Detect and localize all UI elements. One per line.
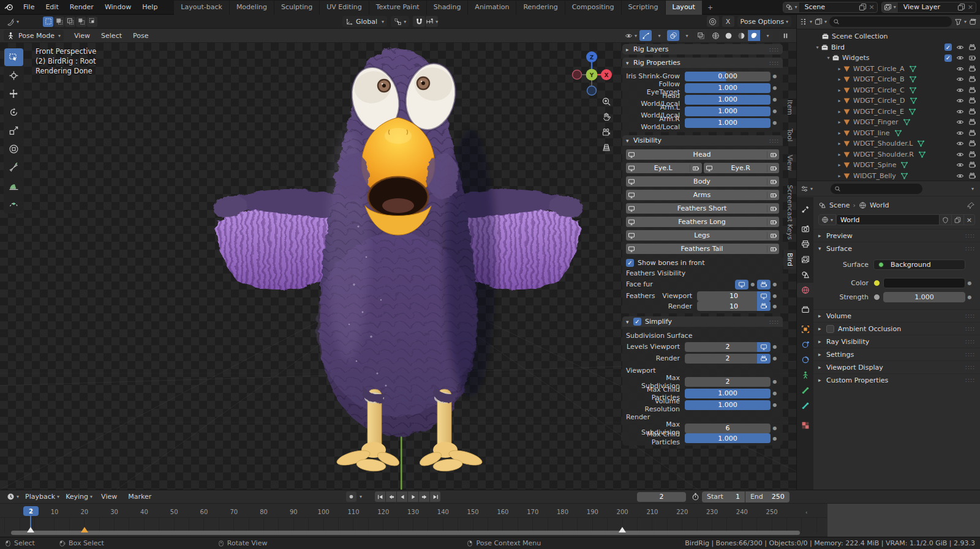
blender-logo-icon[interactable] bbox=[0, 2, 18, 12]
visibility-toggle-feathers-tail[interactable]: Feathers Tail bbox=[626, 244, 779, 254]
navigation-gizmo[interactable]: Z X Y bbox=[570, 48, 614, 97]
expand-arrow-icon[interactable]: ▸ bbox=[836, 66, 843, 72]
shading-dropdown[interactable]: ▾ bbox=[761, 30, 773, 41]
render-max-child-slider[interactable]: 1.000 bbox=[685, 433, 771, 443]
properties-editor-icon[interactable]: ▾ bbox=[801, 185, 813, 193]
animate-dot[interactable]: ● bbox=[771, 73, 779, 79]
play-button[interactable] bbox=[408, 491, 418, 502]
workspace-tab-layout[interactable]: Layout bbox=[666, 1, 703, 15]
render-levels-field[interactable]: 2 bbox=[685, 354, 771, 364]
app-menu-render[interactable]: Render bbox=[64, 0, 99, 14]
properties-tab-view-layer[interactable] bbox=[797, 252, 813, 267]
outliner-row[interactable]: ▸WDGT_Circle_E bbox=[797, 106, 980, 118]
visibility-toggle-eye-r[interactable]: Eye.R bbox=[704, 163, 780, 173]
perspective-toggle-icon[interactable] bbox=[601, 143, 611, 152]
editor-type-button[interactable]: ▾ bbox=[4, 16, 22, 27]
new-world-button[interactable] bbox=[952, 214, 964, 225]
face-fur-render-toggle[interactable] bbox=[757, 280, 771, 289]
render-max-subdivision-field[interactable]: 6 bbox=[685, 424, 771, 433]
expand-arrow-icon[interactable]: ▸ bbox=[836, 98, 843, 103]
animate-dot[interactable]: ● bbox=[771, 108, 779, 114]
workspace-tab-layout-back[interactable]: Layout-back bbox=[174, 1, 230, 15]
scene-name[interactable]: Scene bbox=[800, 3, 856, 11]
sidebar-tab-screencast-keys[interactable]: Screencast Keys bbox=[783, 182, 796, 243]
collapse-region-arrow[interactable]: ‹ bbox=[805, 510, 807, 515]
panel-header-ray-visibility[interactable]: ▸Ray Visibility:::: bbox=[813, 335, 980, 348]
animate-dot[interactable]: ● bbox=[771, 425, 779, 431]
xray-toggle[interactable] bbox=[695, 30, 707, 41]
rotate-tool[interactable] bbox=[4, 103, 23, 121]
hide-eye-icon[interactable] bbox=[956, 65, 964, 73]
properties-tab-texture[interactable] bbox=[797, 418, 813, 433]
strength-field[interactable]: 1.000 bbox=[883, 292, 965, 302]
outliner-row[interactable]: ▸WIDGT_Belly bbox=[797, 171, 980, 181]
panel-header-settings[interactable]: ▸Settings:::: bbox=[813, 348, 980, 360]
collection-checkbox[interactable]: ✓ bbox=[944, 54, 952, 62]
camera-view-icon[interactable] bbox=[601, 127, 611, 137]
workspace-tab-texture-paint[interactable]: Texture Paint bbox=[369, 1, 427, 15]
rig-property-slider[interactable]: 0.000 bbox=[685, 72, 771, 81]
current-frame-indicator[interactable]: 2 bbox=[23, 506, 39, 516]
workspace-tab-uv-editing[interactable]: UV Editing bbox=[320, 1, 369, 15]
animate-dot[interactable]: ● bbox=[771, 120, 779, 125]
gizmo-negative-z-axis[interactable] bbox=[587, 86, 597, 95]
timeline-marker-frame-2[interactable] bbox=[27, 527, 34, 532]
feathers-viewport-field[interactable]: 10 bbox=[697, 291, 771, 301]
view-layer-selector[interactable]: ▾ View Layer × bbox=[881, 2, 976, 13]
outliner-row[interactable]: ▾Widgets✓ bbox=[797, 53, 980, 64]
viewport-menu-pose[interactable]: Pose bbox=[127, 29, 154, 43]
show-object-types-dropdown[interactable]: ▾ bbox=[625, 30, 637, 41]
jump-to-start-button[interactable] bbox=[375, 491, 385, 502]
animate-dot[interactable]: ● bbox=[771, 304, 779, 309]
visibility-toggle-head[interactable]: Head bbox=[626, 149, 779, 160]
render-camera-icon[interactable] bbox=[968, 108, 976, 116]
render-camera-icon[interactable] bbox=[968, 43, 976, 51]
proportional-edit-toggle[interactable] bbox=[707, 16, 719, 27]
properties-tab-bone-constraint[interactable] bbox=[797, 398, 813, 413]
workspace-tab-shading[interactable]: Shading bbox=[427, 1, 469, 15]
outliner-row[interactable]: ▸WDGT_Circle_C bbox=[797, 85, 980, 96]
hide-eye-icon[interactable] bbox=[956, 151, 964, 159]
animate-dot[interactable]: ● bbox=[965, 294, 974, 300]
shading-rendered-button[interactable] bbox=[748, 30, 760, 41]
cursor-tool[interactable] bbox=[4, 67, 23, 84]
app-menu-file[interactable]: File bbox=[18, 0, 40, 14]
sidebar-tab-item[interactable]: Item bbox=[783, 97, 796, 118]
snap-settings-dropdown[interactable]: ▾ bbox=[426, 16, 438, 27]
outliner-row[interactable]: ▸WDGT_Circle_D bbox=[797, 95, 980, 106]
drag-dots-icon[interactable]: :::: bbox=[965, 326, 975, 332]
timeline-ruler[interactable]: 1020304050607080901001101201301401501601… bbox=[40, 509, 787, 515]
move-tool[interactable] bbox=[4, 85, 23, 103]
jump-to-end-button[interactable] bbox=[430, 491, 440, 502]
drag-dots-icon[interactable]: :::: bbox=[965, 233, 975, 239]
close-icon[interactable]: × bbox=[968, 3, 973, 11]
expand-arrow-icon[interactable]: ▸ bbox=[626, 47, 633, 53]
collapse-arrow-icon[interactable]: ▾ bbox=[626, 319, 633, 325]
properties-tab-constraints[interactable] bbox=[797, 353, 813, 367]
current-frame-field[interactable]: 2 bbox=[637, 492, 686, 502]
annotate-tool[interactable] bbox=[4, 159, 23, 176]
snap-toggle[interactable] bbox=[413, 16, 425, 27]
expand-arrow-icon[interactable]: ▸ bbox=[836, 109, 843, 114]
properties-tab-output[interactable] bbox=[797, 237, 813, 252]
viewport-visibility-toggle[interactable] bbox=[757, 342, 771, 352]
hide-eye-icon[interactable] bbox=[956, 108, 964, 116]
pivot-point-dropdown[interactable]: ▾ bbox=[391, 16, 409, 27]
timeline-view-menu[interactable]: View bbox=[96, 490, 123, 504]
visibility-toggle-feathers-long[interactable]: Feathers Long bbox=[626, 217, 779, 227]
filter-id-type-dropdown[interactable]: ▾ bbox=[815, 18, 827, 26]
scene-browse-button[interactable]: ▾ bbox=[783, 2, 800, 12]
overlays-settings-dropdown[interactable]: ▾ bbox=[680, 30, 692, 41]
render-camera-icon[interactable] bbox=[968, 161, 976, 169]
drag-dots-icon[interactable]: :::: bbox=[965, 338, 975, 345]
render-camera-icon[interactable] bbox=[968, 140, 976, 148]
drag-dots-icon[interactable]: :::: bbox=[965, 377, 975, 383]
outliner-row[interactable]: ▸WDGT_Shoulder.L bbox=[797, 138, 980, 149]
expand-arrow-icon[interactable]: ▾ bbox=[825, 55, 832, 61]
workspace-tab-rendering[interactable]: Rendering bbox=[516, 1, 565, 15]
rig-layers-panel[interactable]: ▸Rig Layers:::: bbox=[622, 44, 783, 54]
panel-header-ambient-occlusion[interactable]: ▸Ambient Occlusion:::: bbox=[813, 322, 980, 335]
expand-arrow-icon[interactable]: ▸ bbox=[836, 119, 843, 125]
drag-dots-icon[interactable]: :::: bbox=[965, 313, 975, 319]
expand-arrow-icon[interactable]: ▸ bbox=[836, 88, 843, 93]
